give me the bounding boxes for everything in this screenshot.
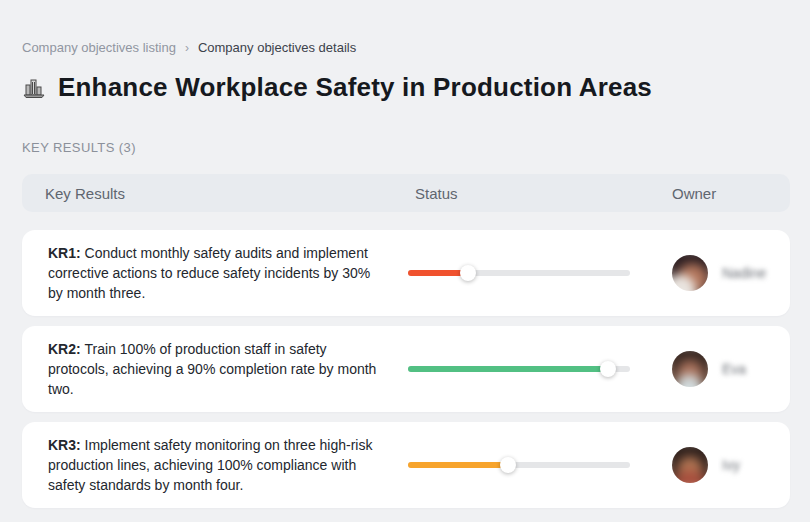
kr3-status-cell: [408, 462, 672, 468]
kr2-progress-fill: [408, 366, 608, 372]
kr3-text: Implement safety monitoring on three hig…: [48, 437, 372, 493]
objective-details-page: Company objectives listing › Company obj…: [0, 0, 810, 508]
kr1-progress-fill: [408, 270, 468, 276]
kr3-label: KR3:: [48, 437, 85, 453]
kr3-owner-avatar: [672, 447, 708, 483]
kr1-avatar-photo: [672, 255, 708, 291]
column-header-key-results: Key Results: [22, 185, 408, 202]
kr1-text: Conduct monthly safety audits and implem…: [48, 245, 370, 301]
table-header: Key Results Status Owner: [22, 174, 790, 212]
kr2-text: Train 100% of production staff in safety…: [48, 341, 376, 397]
kr2-status-cell: [408, 366, 672, 372]
buildings-icon: [22, 76, 46, 100]
kr1-description: KR1: Conduct monthly safety audits and i…: [22, 243, 408, 303]
kr1-label: KR1:: [48, 245, 85, 261]
table-row-kr2[interactable]: KR2: Train 100% of production staff in s…: [22, 326, 790, 412]
kr3-avatar-photo: [672, 447, 708, 483]
kr2-avatar-photo: [672, 351, 708, 387]
kr2-description: KR2: Train 100% of production staff in s…: [22, 339, 408, 399]
kr2-slider-thumb[interactable]: [600, 361, 616, 377]
page-title: Enhance Workplace Safety in Production A…: [58, 72, 652, 103]
kr3-owner-cell: Ivy: [672, 447, 790, 483]
key-results-list: KR1: Conduct monthly safety audits and i…: [22, 230, 790, 508]
column-header-status: Status: [408, 185, 672, 202]
kr2-owner-avatar: [672, 351, 708, 387]
kr1-owner-name: Nadine: [722, 265, 766, 281]
kr2-owner-cell: Eva: [672, 351, 790, 387]
table-row-kr1[interactable]: KR1: Conduct monthly safety audits and i…: [22, 230, 790, 316]
breadcrumb-objectives-details: Company objectives details: [198, 40, 356, 55]
kr1-owner-avatar: [672, 255, 708, 291]
kr3-progress-slider[interactable]: [408, 462, 630, 468]
kr3-owner-name: Ivy: [722, 457, 740, 473]
kr3-slider-thumb[interactable]: [500, 457, 516, 473]
key-results-section-label: KEY RESULTS (3): [22, 140, 790, 155]
title-row: Enhance Workplace Safety in Production A…: [22, 72, 790, 103]
column-header-owner: Owner: [672, 185, 790, 202]
breadcrumb: Company objectives listing › Company obj…: [22, 40, 790, 55]
kr1-slider-thumb[interactable]: [460, 265, 476, 281]
breadcrumb-objectives-listing[interactable]: Company objectives listing: [22, 40, 176, 55]
chevron-right-icon: ›: [185, 41, 189, 55]
kr1-status-cell: [408, 270, 672, 276]
kr1-owner-cell: Nadine: [672, 255, 790, 291]
kr3-description: KR3: Implement safety monitoring on thre…: [22, 435, 408, 495]
table-row-kr3[interactable]: KR3: Implement safety monitoring on thre…: [22, 422, 790, 508]
kr3-progress-fill: [408, 462, 508, 468]
kr1-progress-slider[interactable]: [408, 270, 630, 276]
kr2-owner-name: Eva: [722, 361, 746, 377]
kr2-progress-slider[interactable]: [408, 366, 630, 372]
kr2-label: KR2:: [48, 341, 85, 357]
